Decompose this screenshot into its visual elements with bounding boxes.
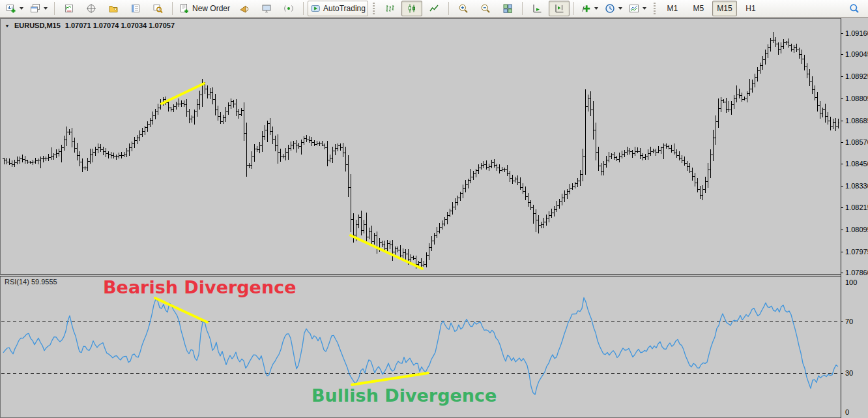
toolbar-separator <box>573 2 574 15</box>
tf-h1-button[interactable]: H1 <box>738 1 763 16</box>
toolbar-grip <box>373 3 375 14</box>
rsi-axis-label-70: 70 <box>845 318 853 325</box>
chart-profiles-dropdown-icon[interactable] <box>44 7 48 10</box>
rsi-line <box>3 297 838 395</box>
rsi-trendline-1[interactable] <box>155 298 207 322</box>
toolbar-separator <box>172 2 173 15</box>
toolbar-separator <box>522 2 523 15</box>
rsi-trendline-2[interactable] <box>352 373 428 385</box>
terminal-button[interactable] <box>125 1 146 16</box>
rsi-axis-label-30-tick <box>841 373 843 374</box>
price-axis-label-1.08925-tick <box>841 76 843 77</box>
new-chart-icon <box>6 3 16 14</box>
new-chart-dropdown-icon[interactable] <box>20 7 23 10</box>
terminal-icon <box>130 3 141 14</box>
chart-window: ▼ EURUSD,M15 1.07071 1.07074 1.07034 1.0… <box>0 18 868 418</box>
new-order-label: New Order <box>192 4 230 13</box>
bearish-divergence-annotation: Bearish Divergence <box>103 277 296 297</box>
main-toolbar: New OrderAutoTradingM1M5M15H1 <box>0 0 868 18</box>
metaeditor-button[interactable] <box>234 1 255 16</box>
price-axis-label-1.07860: 1.07860 <box>845 269 868 276</box>
indicators-dropdown-icon[interactable] <box>594 7 598 10</box>
toolbar-separator <box>448 2 449 15</box>
tf-m1-button[interactable]: M1 <box>660 1 685 16</box>
navigator-button[interactable] <box>103 1 124 16</box>
price-axis-label-1.08215: 1.08215 <box>845 203 868 211</box>
periods-dropdown-icon[interactable] <box>618 7 622 10</box>
zoom-out-button[interactable] <box>475 1 496 16</box>
price-axis-label-1.09160-tick <box>841 33 843 34</box>
strategy-tester-icon <box>152 3 163 14</box>
price-axis-label-1.08095: 1.08095 <box>845 226 868 233</box>
periods-button[interactable] <box>602 1 625 16</box>
price-axis-label-1.08805: 1.08805 <box>845 95 868 102</box>
rsi-indicator-label: RSI(14) 59.9555 <box>5 278 57 286</box>
tile-windows-button[interactable] <box>497 1 518 16</box>
price-axis-label-1.08805-tick <box>841 98 843 99</box>
price-trendline-2[interactable] <box>351 235 422 269</box>
candlestick-button[interactable] <box>401 1 422 16</box>
autotrading-icon <box>310 3 321 14</box>
templates-button[interactable] <box>626 1 649 16</box>
indicators-button[interactable] <box>578 1 601 16</box>
news-button[interactable] <box>278 1 299 16</box>
metatrader-window: New OrderAutoTradingM1M5M15H1 ▼ EURUSD,M… <box>0 0 868 418</box>
strategy-tester-button[interactable] <box>147 1 168 16</box>
zoom-in-button[interactable] <box>453 1 474 16</box>
zoom-out-icon <box>480 3 491 14</box>
toolbar-separator <box>54 2 55 15</box>
tf-m15-label: M15 <box>717 4 732 13</box>
chart-symbol-dropdown-icon[interactable]: ▼ <box>5 23 10 27</box>
data-window-button[interactable] <box>81 1 102 16</box>
auto-scroll-button[interactable] <box>527 1 547 16</box>
chart-profiles-button[interactable] <box>27 1 50 16</box>
tf-m5-button[interactable]: M5 <box>686 1 711 16</box>
price-trendline-1[interactable] <box>162 83 204 104</box>
autotrading-button[interactable]: AutoTrading <box>308 1 368 16</box>
pane-splitter[interactable] <box>0 274 841 276</box>
search-button[interactable] <box>844 1 865 16</box>
chart-shift-button[interactable] <box>549 1 570 16</box>
price-axis-label-1.08685: 1.08685 <box>845 117 868 125</box>
autotrading-label: AutoTrading <box>323 4 366 13</box>
chart-symbol-label: EURUSD,M15 <box>14 22 61 29</box>
toolbar-separator <box>303 2 304 15</box>
tf-m1-label: M1 <box>667 4 678 13</box>
rsi-axis-label-30: 30 <box>845 369 853 377</box>
tf-h1-label: H1 <box>745 4 755 13</box>
price-axis-label-1.08450-tick <box>841 164 843 164</box>
price-axis-label-1.08450: 1.08450 <box>845 160 868 168</box>
price-axis-label-1.08330: 1.08330 <box>845 182 868 190</box>
price-axis-label-1.08925: 1.08925 <box>845 72 868 80</box>
auto-scroll-icon <box>532 3 542 14</box>
line-chart-icon <box>429 3 439 14</box>
data-window-icon <box>86 3 96 14</box>
templates-dropdown-icon[interactable] <box>643 7 646 10</box>
metaeditor-icon <box>239 3 250 14</box>
templates-icon <box>629 3 639 14</box>
bar-chart-button[interactable] <box>379 1 400 16</box>
new-chart-button[interactable] <box>3 1 26 16</box>
price-axis-label-1.09045-tick <box>841 54 843 55</box>
tf-m15-button[interactable]: M15 <box>712 1 737 16</box>
chart-ohlc-values: 1.07071 1.07074 1.07034 1.07057 <box>65 22 175 29</box>
new-order-button[interactable]: New Order <box>177 1 233 16</box>
price-axis-label-1.08330-tick <box>841 186 843 187</box>
price-plot[interactable] <box>0 18 841 274</box>
bullish-divergence-annotation: Bullish Divergence <box>311 385 497 406</box>
price-axis-label-1.09045: 1.09045 <box>845 50 868 58</box>
market-watch-button[interactable] <box>59 1 80 16</box>
price-axis-label-1.08570-tick <box>841 142 843 143</box>
price-axis-label-1.08215-tick <box>841 207 843 208</box>
zoom-in-icon <box>458 3 469 14</box>
options-button[interactable] <box>256 1 277 16</box>
price-axis-label-1.08685-tick <box>841 121 843 121</box>
rsi-axis-label-0: 0 <box>845 408 849 416</box>
line-chart-button[interactable] <box>424 1 444 16</box>
search-icon <box>849 3 860 14</box>
chart-profiles-icon <box>30 3 40 14</box>
price-axis-label-1.08095-tick <box>841 230 843 230</box>
price-axis-label-1.09160: 1.09160 <box>845 29 868 37</box>
news-icon <box>283 3 294 14</box>
tf-m5-label: M5 <box>693 4 704 13</box>
